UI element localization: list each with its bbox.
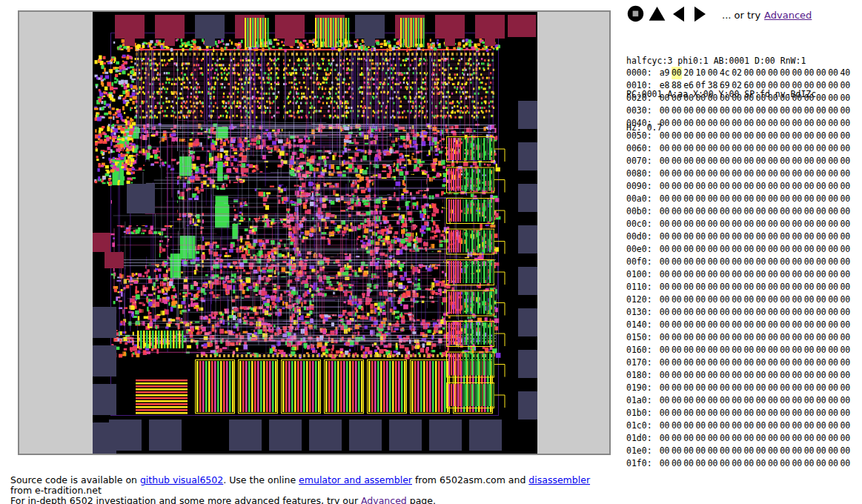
memory-byte: 00	[792, 331, 802, 344]
memory-byte: 00	[720, 420, 730, 432]
memory-byte: 10	[695, 67, 706, 79]
memory-byte: 00	[804, 142, 815, 155]
footer-link[interactable]: disassembler	[528, 474, 590, 485]
memory-byte: 00	[732, 369, 742, 382]
memory-byte: 00	[756, 319, 766, 331]
memory-byte: 00	[660, 294, 670, 306]
memory-byte: 00	[804, 281, 815, 294]
step-forward-button[interactable]	[691, 6, 709, 24]
memory-byte: 00	[816, 306, 826, 319]
memory-byte: 00	[756, 168, 766, 180]
run-button[interactable]	[648, 6, 666, 24]
memory-byte: 00	[756, 180, 766, 193]
memory-address: 0100:	[626, 268, 652, 281]
footer-line-1: Source code is available on github visua…	[10, 475, 611, 496]
memory-byte: 00	[804, 155, 815, 168]
memory-byte: 00	[828, 319, 838, 331]
memory-byte: 00	[708, 168, 718, 180]
memory-address: 0020:	[626, 92, 652, 105]
memory-byte: 00	[743, 243, 754, 256]
chip-die-image[interactable]	[93, 12, 537, 454]
memory-byte: 00	[683, 205, 694, 218]
memory-byte: 00	[720, 180, 730, 193]
memory-byte: 00	[768, 432, 778, 445]
footer-link[interactable]: github visual6502	[140, 474, 223, 485]
memory-byte: 00	[828, 205, 838, 218]
stop-button[interactable]	[626, 6, 644, 24]
memory-byte: 00	[816, 243, 826, 256]
memory-row: 0170:00000000000000000000000000000000	[626, 357, 852, 369]
memory-byte: 00	[720, 130, 730, 142]
memory-byte: 00	[792, 79, 802, 92]
memory-byte: 00	[720, 394, 730, 407]
memory-byte: 00	[743, 369, 754, 382]
memory-byte: 00	[743, 457, 754, 470]
memory-byte: 00	[695, 231, 706, 243]
memory-address: 0130:	[626, 306, 652, 319]
memory-address: 00a0:	[626, 193, 652, 205]
memory-byte: 00	[792, 180, 802, 193]
memory-byte: 00	[683, 357, 694, 369]
memory-byte: 00	[756, 256, 766, 268]
memory-byte: 00	[768, 281, 778, 294]
memory-byte: 00	[695, 369, 706, 382]
memory-byte: 00	[828, 130, 838, 142]
memory-byte: 00	[828, 168, 838, 180]
memory-byte: 00	[768, 243, 778, 256]
memory-byte: 00	[804, 394, 815, 407]
memory-byte: 00	[840, 231, 850, 243]
advanced-link-top[interactable]: Advanced	[764, 10, 812, 21]
memory-byte: 00	[732, 407, 742, 420]
memory-row: 0000:a9002010004c02000000000000000040	[626, 67, 852, 79]
memory-byte: 00	[804, 357, 815, 369]
footer-link[interactable]: emulator and assembler	[299, 474, 412, 485]
memory-byte: 00	[804, 243, 815, 256]
memory-byte: 00	[840, 268, 850, 281]
memory-byte: 00	[672, 268, 682, 281]
memory-byte: 00	[720, 319, 730, 331]
memory-byte: 00	[816, 281, 826, 294]
memory-byte: 00	[708, 205, 718, 218]
step-back-button[interactable]	[669, 6, 687, 24]
memory-byte: 00	[816, 357, 826, 369]
memory-byte: 00	[768, 180, 778, 193]
memory-byte: 00	[792, 294, 802, 306]
memory-byte: 00	[828, 243, 838, 256]
memory-byte: 00	[708, 457, 718, 470]
footer-link[interactable]: Advanced	[361, 495, 407, 504]
memory-byte: 00	[816, 344, 826, 357]
memory-byte: 00	[804, 420, 815, 432]
memory-byte: 00	[828, 92, 838, 105]
memory-byte: 00	[743, 205, 754, 218]
memory-address: 0160:	[626, 344, 652, 357]
memory-byte: 00	[660, 331, 670, 344]
memory-dump-table: 0000:a9002010004c02000000000000000040001…	[626, 67, 852, 470]
memory-byte: 00	[768, 357, 778, 369]
memory-byte: 00	[660, 142, 670, 155]
memory-byte: 00	[780, 445, 790, 457]
memory-byte: 00	[792, 92, 802, 105]
memory-row: 0070:00000000000000000000000000000000	[626, 155, 852, 168]
memory-byte: 00	[708, 319, 718, 331]
memory-byte: 00	[743, 67, 754, 79]
memory-byte: 00	[732, 394, 742, 407]
memory-byte: 00	[732, 243, 742, 256]
memory-row: 01f0:00000000000000000000000000000000	[626, 457, 852, 470]
memory-address: 00b0:	[626, 205, 652, 218]
memory-byte: 00	[708, 193, 718, 205]
memory-byte: 00	[804, 344, 815, 357]
memory-byte: 00	[768, 92, 778, 105]
memory-byte: 00	[683, 369, 694, 382]
memory-byte: 00	[792, 306, 802, 319]
memory-byte: 00	[672, 67, 682, 79]
memory-byte: 00	[792, 193, 802, 205]
right-triangle-icon	[694, 6, 706, 24]
memory-byte: 00	[816, 180, 826, 193]
memory-byte: 00	[695, 457, 706, 470]
memory-byte: 00	[780, 268, 790, 281]
memory-byte: 00	[732, 155, 742, 168]
memory-byte: 00	[660, 92, 670, 105]
footer-text-segment: Source code is available on	[10, 474, 140, 485]
memory-byte: 00	[683, 117, 694, 130]
memory-byte: 00	[708, 382, 718, 394]
